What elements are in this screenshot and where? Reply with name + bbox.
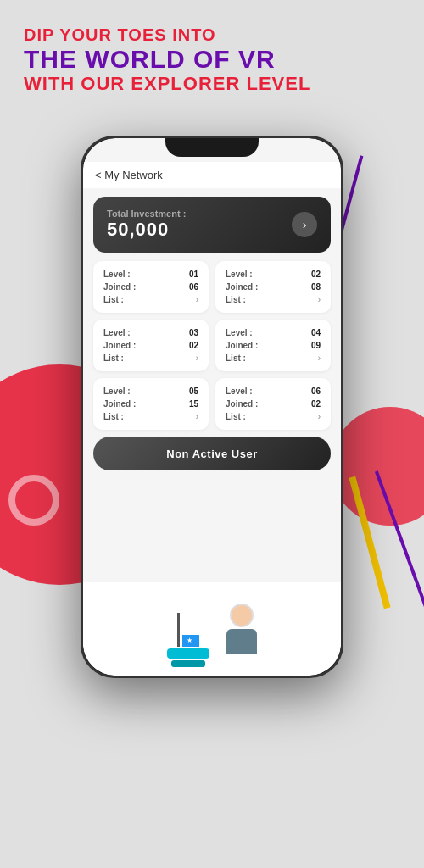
nav-back-button[interactable]: < My Network xyxy=(95,169,163,181)
list-arrow-5[interactable]: › xyxy=(196,412,198,421)
list-row: List : › xyxy=(103,295,198,304)
list-row: List : › xyxy=(226,353,321,363)
joined-label: Joined : xyxy=(103,282,136,292)
joined-row: Joined : 02 xyxy=(226,399,321,409)
joined-value-2: 08 xyxy=(311,282,321,292)
level-label: Level : xyxy=(103,328,131,337)
levels-grid: Level : 01 Joined : 06 List : › Le xyxy=(93,261,331,430)
investment-label: Total Investment : xyxy=(107,209,186,219)
investment-card[interactable]: Total Investment : 50,000 › xyxy=(93,197,331,253)
person-head xyxy=(230,604,254,627)
person-illustration xyxy=(226,604,257,654)
level-card-6[interactable]: Level : 06 Joined : 02 List : › xyxy=(215,378,331,430)
list-label: List : xyxy=(103,353,124,363)
phone-notch xyxy=(165,138,259,157)
joined-value-5: 15 xyxy=(189,399,198,409)
level-label: Level : xyxy=(226,270,253,279)
bg-circle-red2 xyxy=(331,407,424,526)
joined-value-6: 02 xyxy=(311,399,321,409)
list-label: List : xyxy=(226,353,246,363)
list-arrow-1[interactable]: › xyxy=(196,295,198,304)
list-label: List : xyxy=(226,412,246,421)
header-line1: DIP YOUR TOES INTO xyxy=(24,25,310,45)
list-arrow-2[interactable]: › xyxy=(318,295,321,304)
list-arrow-6[interactable]: › xyxy=(318,412,321,421)
joined-label: Joined : xyxy=(103,399,136,409)
level-label: Level : xyxy=(226,387,253,396)
list-label: List : xyxy=(103,412,124,421)
joined-row: Joined : 09 xyxy=(226,341,321,350)
illustration-area: ★ xyxy=(83,582,341,676)
list-row: List : › xyxy=(226,295,321,304)
joined-row: Joined : 06 xyxy=(103,282,198,292)
joined-value-3: 02 xyxy=(189,341,198,350)
nav-bar: < My Network xyxy=(83,162,341,188)
list-row: List : › xyxy=(103,353,198,363)
joined-label: Joined : xyxy=(226,399,258,409)
joined-label: Joined : xyxy=(103,341,136,350)
flag-platform xyxy=(167,648,209,659)
level-row: Level : 03 xyxy=(103,328,198,337)
flag-pole xyxy=(177,613,180,647)
non-active-label: Non Active User xyxy=(166,448,257,460)
investment-amount: 50,000 xyxy=(107,219,186,241)
level-row: Level : 01 xyxy=(103,270,198,279)
level-row: Level : 04 xyxy=(226,328,321,337)
joined-row: Joined : 08 xyxy=(226,282,321,292)
joined-value-1: 06 xyxy=(189,282,198,292)
person-body xyxy=(226,629,257,654)
level-card-4[interactable]: Level : 04 Joined : 09 List : › xyxy=(215,320,331,371)
list-label: List : xyxy=(226,295,246,304)
list-arrow-4[interactable]: › xyxy=(318,353,321,363)
level-value-3: 03 xyxy=(189,328,198,337)
level-row: Level : 05 xyxy=(103,387,198,396)
level-row: Level : 06 xyxy=(226,387,321,396)
level-card-3[interactable]: Level : 03 Joined : 02 List : › xyxy=(93,320,209,371)
flag-banner: ★ xyxy=(182,635,199,647)
joined-row: Joined : 15 xyxy=(103,399,198,409)
level-card-2[interactable]: Level : 02 Joined : 08 List : › xyxy=(215,261,331,313)
level-value-4: 04 xyxy=(311,328,321,337)
app-content: < My Network Total Investment : 50,000 › xyxy=(83,138,341,676)
investment-arrow-button[interactable]: › xyxy=(292,212,317,237)
joined-row: Joined : 02 xyxy=(103,341,198,350)
level-card-1[interactable]: Level : 01 Joined : 06 List : › xyxy=(93,261,209,313)
flag-illustration: ★ xyxy=(167,613,209,667)
phone-mockup: < My Network Total Investment : 50,000 › xyxy=(81,136,343,678)
list-label: List : xyxy=(103,295,124,304)
header-line3: WITH OUR EXPLORER LEVEL xyxy=(24,73,310,95)
joined-value-4: 09 xyxy=(311,341,321,350)
joined-label: Joined : xyxy=(226,282,258,292)
header-line2: THE WORLD OF VR xyxy=(24,45,310,73)
investment-info: Total Investment : 50,000 xyxy=(107,209,186,241)
flag-star-icon: ★ xyxy=(187,637,192,644)
bg-circle-white xyxy=(8,475,59,526)
level-value-5: 05 xyxy=(189,387,198,396)
level-value-6: 06 xyxy=(311,387,321,396)
level-label: Level : xyxy=(226,328,253,337)
non-active-button[interactable]: Non Active User xyxy=(93,437,331,470)
level-value-1: 01 xyxy=(189,270,198,279)
nav-title: < My Network xyxy=(95,169,163,181)
level-label: Level : xyxy=(103,387,131,396)
level-row: Level : 02 xyxy=(226,270,321,279)
level-card-5[interactable]: Level : 05 Joined : 15 List : › xyxy=(93,378,209,430)
header-section: DIP YOUR TOES INTO THE WORLD OF VR WITH … xyxy=(24,25,310,95)
joined-label: Joined : xyxy=(226,341,258,350)
arrow-icon: › xyxy=(303,218,307,231)
list-row: List : › xyxy=(103,412,198,421)
level-label: Level : xyxy=(103,270,131,279)
flag-platform-bottom xyxy=(171,660,205,667)
phone-screen: < My Network Total Investment : 50,000 › xyxy=(83,138,341,676)
level-value-2: 02 xyxy=(311,270,321,279)
list-row: List : › xyxy=(226,412,321,421)
list-arrow-3[interactable]: › xyxy=(196,353,198,363)
